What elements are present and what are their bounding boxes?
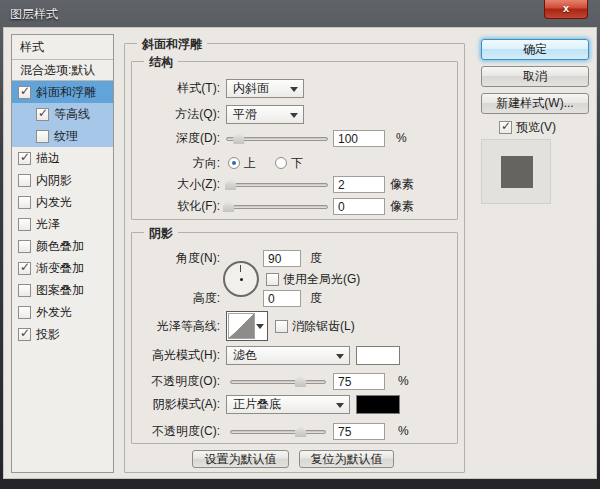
checkbox-unchecked[interactable] <box>18 218 31 231</box>
styles-list-header: 样式 <box>12 35 113 59</box>
list-item-label: 描边 <box>36 150 60 167</box>
size-slider-thumb[interactable] <box>225 179 236 190</box>
style-preview-inner-square <box>501 156 533 188</box>
preview-label: 预览(V) <box>516 120 556 135</box>
reset-default-button[interactable]: 复位为默认值 <box>299 450 394 468</box>
size-slider[interactable] <box>226 175 328 194</box>
list-item-outer-glow[interactable]: 外发光 <box>12 301 113 323</box>
size-unit: 像素 <box>390 175 414 194</box>
close-button[interactable]: x <box>544 0 588 19</box>
soften-slider[interactable] <box>226 197 328 216</box>
shadow-color-swatch[interactable] <box>356 395 400 414</box>
antialias-checkbox[interactable]: 消除锯齿(L) <box>275 319 355 334</box>
shadow-opacity-thumb[interactable] <box>295 426 306 437</box>
bevel-style-dropdown[interactable]: 内斜面 <box>226 79 304 98</box>
highlight-opacity-unit: % <box>398 372 409 391</box>
list-item-blending-options[interactable]: 混合选项:默认 <box>12 60 113 80</box>
titlebar[interactable]: 图层样式 x <box>0 0 600 27</box>
list-item-color-overlay[interactable]: 颜色叠加 <box>12 235 113 257</box>
direction-down-radio[interactable] <box>275 157 287 169</box>
highlight-opacity-input[interactable] <box>333 373 385 390</box>
list-item-label: 等高线 <box>54 106 90 123</box>
gloss-contour-picker[interactable] <box>226 311 268 341</box>
shadow-opacity-slider[interactable] <box>230 422 326 441</box>
list-item-label: 纹理 <box>54 128 78 145</box>
angle-input[interactable] <box>263 250 301 267</box>
size-label: 大小(Z): <box>132 175 220 194</box>
chevron-down-icon <box>290 113 298 118</box>
list-item-label: 光泽 <box>36 216 60 233</box>
list-item-stroke[interactable]: ✓ 描边 <box>12 147 113 169</box>
checkbox-unchecked[interactable] <box>18 284 31 297</box>
shadow-opacity-unit: % <box>398 422 409 441</box>
list-item-contour[interactable]: ✓ 等高线 <box>12 103 113 125</box>
list-item-bevel-emboss[interactable]: ✓ 斜面和浮雕 <box>12 81 113 103</box>
angle-unit: 度 <box>310 249 322 268</box>
depth-unit: % <box>396 129 407 148</box>
list-item-label: 图案叠加 <box>36 282 84 299</box>
ok-button[interactable]: 确定 <box>481 39 589 60</box>
new-style-button[interactable]: 新建样式(W)... <box>481 93 589 114</box>
checkbox-unchecked[interactable] <box>18 174 31 187</box>
checkbox-unchecked <box>266 273 279 286</box>
shadow-mode-dropdown[interactable]: 正片叠底 <box>226 395 350 414</box>
highlight-color-swatch[interactable] <box>356 346 400 365</box>
altitude-label: 高度: <box>132 289 220 308</box>
checkbox-unchecked[interactable] <box>36 130 49 143</box>
checkbox-unchecked[interactable] <box>18 196 31 209</box>
list-item-drop-shadow[interactable]: ✓ 投影 <box>12 323 113 345</box>
list-item-inner-glow[interactable]: 内发光 <box>12 191 113 213</box>
technique-dropdown[interactable]: 平滑 <box>226 105 304 124</box>
depth-slider[interactable] <box>226 129 328 148</box>
make-default-button[interactable]: 设置为默认值 <box>192 450 289 468</box>
shadow-opacity-input[interactable] <box>333 423 385 440</box>
checkbox-unchecked[interactable] <box>18 240 31 253</box>
depth-input[interactable] <box>333 130 385 147</box>
global-light-checkbox[interactable]: 使用全局光(G) <box>266 272 360 287</box>
chevron-down-icon <box>336 403 344 408</box>
list-item-label: 渐变叠加 <box>36 260 84 277</box>
checkbox-unchecked[interactable] <box>18 306 31 319</box>
dialog-title: 图层样式 <box>10 6 58 23</box>
list-item-satin[interactable]: 光泽 <box>12 213 113 235</box>
direction-label: 方向: <box>132 154 220 173</box>
shading-title: 阴影 <box>144 225 178 242</box>
structure-title: 结构 <box>144 54 178 71</box>
style-preview-thumbnail <box>481 139 551 204</box>
highlight-opacity-thumb[interactable] <box>295 376 306 387</box>
depth-slider-thumb[interactable] <box>233 133 244 144</box>
soften-slider-thumb[interactable] <box>223 201 234 212</box>
shading-group: 阴影 角度(N): 度 使用全局光(G) 高度: 度 <box>131 232 458 444</box>
checkbox-checked[interactable]: ✓ <box>18 262 31 275</box>
styles-list: 样式 混合选项:默认 ✓ 斜面和浮雕 ✓ 等高线 纹理 ✓ 描边 内 <box>11 34 114 473</box>
shadow-mode-value: 正片叠底 <box>233 397 281 411</box>
list-item-inner-shadow[interactable]: 内阴影 <box>12 169 113 191</box>
contour-thumbnail <box>228 313 255 339</box>
layer-style-dialog: 图层样式 x 样式 混合选项:默认 ✓ 斜面和浮雕 ✓ 等高线 纹理 <box>0 0 600 489</box>
technique-value: 平滑 <box>233 107 257 121</box>
highlight-mode-dropdown[interactable]: 滤色 <box>226 346 350 365</box>
list-item-texture[interactable]: 纹理 <box>12 125 113 147</box>
checkbox-checked[interactable]: ✓ <box>36 108 49 121</box>
altitude-input[interactable] <box>263 290 301 307</box>
list-item-pattern-overlay[interactable]: 图案叠加 <box>12 279 113 301</box>
highlight-opacity-slider[interactable] <box>230 372 326 391</box>
list-item-label: 投影 <box>36 326 60 343</box>
checkbox-checked[interactable]: ✓ <box>18 86 31 99</box>
checkbox-checked: ✓ <box>499 121 512 134</box>
list-item-label: 内阴影 <box>36 172 72 189</box>
soften-input[interactable] <box>333 198 385 215</box>
highlight-mode-label: 高光模式(H): <box>132 346 220 365</box>
direction-up-radio[interactable] <box>228 157 240 169</box>
chevron-down-icon <box>290 87 298 92</box>
checkbox-checked[interactable]: ✓ <box>18 328 31 341</box>
size-input[interactable] <box>333 176 385 193</box>
list-item-gradient-overlay[interactable]: ✓ 渐变叠加 <box>12 257 113 279</box>
preview-checkbox[interactable]: ✓ 预览(V) <box>499 120 556 135</box>
style-label: 样式(T): <box>132 79 220 98</box>
list-item-label: 颜色叠加 <box>36 238 84 255</box>
list-item-label: 外发光 <box>36 304 72 321</box>
cancel-button[interactable]: 取消 <box>481 66 589 87</box>
checkbox-checked[interactable]: ✓ <box>18 152 31 165</box>
technique-label: 方法(Q): <box>132 105 220 124</box>
